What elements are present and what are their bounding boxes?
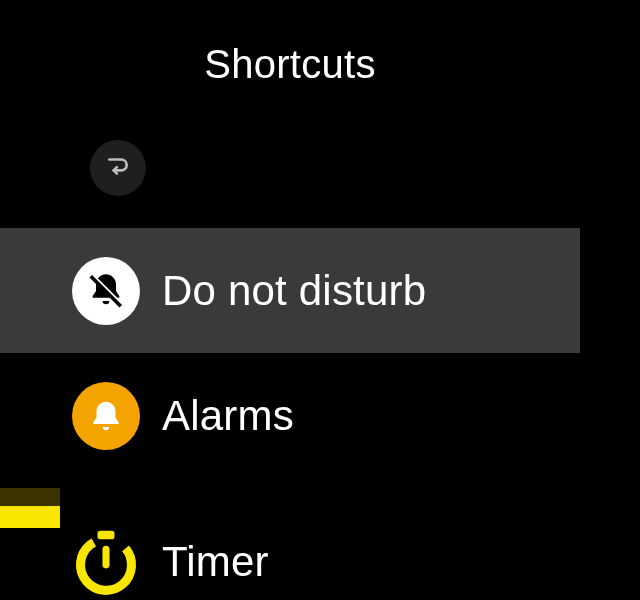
alarm-icon <box>72 382 140 450</box>
do-not-disturb-icon <box>72 257 140 325</box>
list-item-timer[interactable]: Timer <box>0 478 580 598</box>
accent-bar-shadow <box>0 488 60 508</box>
page-title: Shortcuts <box>0 42 580 87</box>
shortcuts-list: Do not disturb Alarms Timer <box>0 228 580 598</box>
timer-icon <box>72 528 140 596</box>
screen: Shortcuts Do not disturb <box>0 0 640 600</box>
back-icon <box>105 153 131 183</box>
svg-rect-3 <box>98 531 115 540</box>
back-button[interactable] <box>90 140 146 196</box>
list-item-label: Alarms <box>162 392 294 440</box>
accent-bar <box>0 506 60 528</box>
list-item-alarms[interactable]: Alarms <box>0 353 580 478</box>
list-item-do-not-disturb[interactable]: Do not disturb <box>0 228 580 353</box>
list-item-label: Timer <box>162 538 269 586</box>
list-item-label: Do not disturb <box>162 267 426 315</box>
